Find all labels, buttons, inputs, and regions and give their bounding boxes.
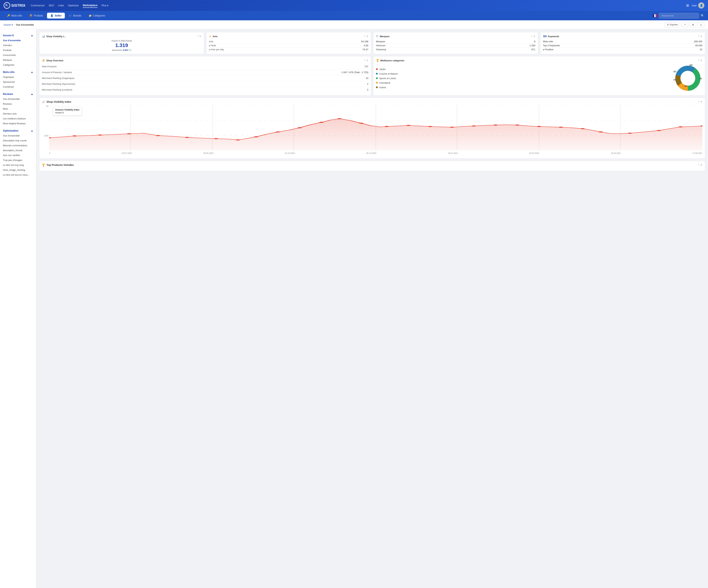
sidebar-item-titre-trop-long[interactable]: Le titre est trop long — [0, 163, 36, 167]
apps-grid-icon[interactable]: ⊞ — [686, 3, 689, 7]
subnav-brands[interactable]: 🛒 Brands — [65, 13, 84, 19]
search-input[interactable] — [659, 13, 699, 19]
sidebar-item-vue-ensemble[interactable]: Vue d'ensemble — [0, 38, 36, 43]
nav-commencer[interactable]: Commencer — [31, 3, 45, 8]
sidebar-item-trop-peu-images[interactable]: Trop peu d'images — [0, 158, 36, 163]
trophy-icon: 🏆 — [376, 59, 379, 62]
logo[interactable]: 🔍 SISTRIX — [4, 2, 25, 9]
share-button[interactable]: ↗ — [682, 22, 688, 27]
avis-rows: Avis 54.188 ⌀ Note 4,09 ⌀ Avis per day 7… — [209, 39, 368, 51]
keywords-help-icon[interactable]: ? — [698, 35, 699, 37]
kw-label-2: Top 3 Keywords — [543, 44, 560, 47]
subnav-seller[interactable]: 👤 Seller — [47, 13, 65, 19]
avis-help-icon[interactable]: ? — [364, 35, 365, 37]
overview-value-2: 1.047 / 676 (Total : 1.723) — [342, 71, 368, 74]
breadcrumb-parent[interactable]: Aosom fr — [4, 23, 13, 26]
stats-grid: 📊 Shop Visibility I... ? ⚙ Aosom fr (Mar… — [39, 32, 705, 54]
settings-icon[interactable]: ⚙ — [199, 35, 201, 37]
sidebar-item-derniers-avis[interactable]: Derniers avis — [0, 111, 36, 116]
categories-help-icon[interactable]: ? — [698, 59, 699, 62]
sidebar-item-description-format[interactable]: description_format — [0, 148, 36, 153]
visibility-chart-card: 📈 Shop Visibility Index ? ⚙ Amazon Visib… — [39, 98, 705, 159]
person-icon: 👤 — [50, 14, 53, 17]
subnav-categories[interactable]: 📁 Catégories — [85, 13, 109, 19]
shop-overview-card: 🧭 Shop Overview ? ⚙ New Products 727 Amo… — [39, 56, 371, 95]
sidebar-item-titre-minuscule[interactable]: Le titre est tout en minu... — [0, 173, 36, 177]
sidebar-item-mots[interactable]: Mots — [0, 106, 36, 111]
sidebar-item-combined[interactable]: Combined — [0, 84, 36, 89]
sidebar-item-reviews-vue[interactable]: Vue d'ensemble — [0, 97, 36, 101]
avis-value-3: 74,47 — [362, 48, 368, 51]
chart-title: Shop Visibility Index — [47, 100, 71, 103]
sidebar-item-produits[interactable]: Produits — [0, 48, 36, 53]
top-products-help-icon[interactable]: ? — [698, 164, 699, 166]
sidebar-item-hires-image-missing[interactable]: hires_image_missing — [0, 167, 36, 173]
sidebar-item-most-helpful-reviews[interactable]: Most Helpful Reviews — [0, 121, 36, 126]
chart-settings-icon[interactable]: ⚙ — [700, 100, 702, 103]
sidebar-section-mots-cles[interactable]: Mots-clés ▲ — [0, 69, 36, 74]
chart-help-icon[interactable]: ? — [698, 100, 699, 103]
cat-row-animalerie: Animalerie — [376, 81, 672, 85]
filter-button[interactable]: ⚌ — [698, 22, 704, 27]
logo-icon: 🔍 — [4, 2, 10, 9]
help-icon[interactable]: ? — [197, 35, 198, 37]
sidebar-item-avis-non-verifies[interactable]: Avis non vérifiés — [0, 153, 36, 158]
sidebar-item-organique[interactable]: Organique — [0, 74, 36, 80]
categories-settings-icon[interactable]: ⚙ — [700, 59, 702, 62]
svg-point-43 — [678, 126, 683, 127]
chart-svg-container — [49, 105, 702, 150]
subnav-mots-cles[interactable]: 🔑 Mots-clés — [4, 13, 25, 19]
avis-row-1: Avis 54.188 — [209, 39, 368, 43]
sidebar-section-reviews[interactable]: Reviews ▲ — [0, 91, 36, 97]
sidebar-item-sponsorise[interactable]: Sponsorisé — [0, 80, 36, 84]
cat-label-autres: Autres — [379, 86, 672, 89]
nav-plus[interactable]: Plus ▾ — [101, 4, 108, 7]
overview-value-5: 3 — [367, 88, 368, 91]
cat-row-cuisine: Cuisine et Maison — [376, 71, 672, 76]
marques-value-1: 8 — [534, 40, 535, 43]
overview-value-3: 10 — [366, 77, 368, 80]
breadcrumb: Aosom fr › Vue d'ensemble — [4, 23, 34, 26]
france-flag-icon[interactable]: 🇫🇷 — [653, 13, 657, 18]
nav-marketplace[interactable]: Marketplace — [83, 3, 97, 8]
brand-name: SISTRIX — [11, 3, 25, 8]
marques-settings-icon[interactable]: ⚙ — [533, 35, 535, 37]
breadcrumb-bar: Aosom fr › Vue d'ensemble ⬇ Exporter ↗ ⊞… — [0, 20, 708, 29]
sidebar-item-marques[interactable]: Marques — [0, 58, 36, 62]
export-button[interactable]: ⬇ Exporter — [665, 22, 680, 27]
sidebar-section-optimisation[interactable]: Optimisation ▲ — [0, 127, 36, 133]
svg-point-30 — [384, 126, 389, 127]
search-button[interactable]: 🔍 — [701, 14, 704, 18]
marques-help-icon[interactable]: ? — [531, 35, 532, 37]
grid-view-button[interactable]: ⊞ — [690, 22, 696, 27]
overview-settings-icon[interactable]: ⚙ — [366, 59, 368, 62]
nav-seo[interactable]: SEO — [49, 3, 54, 8]
chart-x-mar: 03.03.2021 — [529, 152, 539, 154]
overview-help-icon[interactable]: ? — [364, 59, 365, 62]
cat-dot-jardin — [376, 68, 378, 70]
nav-optimizer[interactable]: Optimizer — [68, 3, 79, 8]
sidebar-item-visindex[interactable]: Visindex — [0, 43, 36, 48]
sidebar-item-description-courte[interactable]: Description trop courte — [0, 138, 36, 143]
user-menu[interactable]: User 👤 — [692, 2, 704, 8]
sidebar-item-concurrents[interactable]: Concurrents — [0, 53, 36, 58]
top-products-settings-icon[interactable]: ⚙ — [700, 164, 702, 166]
svg-point-21 — [185, 137, 189, 138]
share-icon: ↗ — [684, 23, 686, 26]
sidebar-item-optim-vue[interactable]: Vue d'ensemble — [0, 133, 36, 138]
avis-value-1: 54.188 — [361, 40, 368, 43]
sidebar-item-reviews[interactable]: Reviews — [0, 101, 36, 106]
donut-chart: 883 785 604 224 222 — [673, 64, 702, 93]
shield-icon: 🛡 — [376, 35, 379, 38]
top-products-card: 🏆 Top Products Visindex ? ⚙ — [39, 161, 705, 171]
nav-links[interactable]: Links — [58, 3, 64, 8]
sidebar-item-categories[interactable]: Catégories — [0, 62, 36, 67]
keywords-settings-icon[interactable]: ⚙ — [700, 35, 702, 37]
avis-settings-icon[interactable]: ⚙ — [366, 35, 368, 37]
overview-label-1: New Products — [42, 65, 57, 68]
sidebar-section-seller[interactable]: Aosom fr ▲ — [0, 32, 36, 38]
sidebar-item-meilleurs-testeurs[interactable]: Les meilleurs testeurs — [0, 116, 36, 121]
chart-x-apr: 16.04.2021 — [611, 152, 621, 154]
sidebar-item-mauvais-commentaires[interactable]: Mauvais commentaires — [0, 143, 36, 148]
subnav-produits[interactable]: 📦 Produits — [26, 13, 46, 19]
